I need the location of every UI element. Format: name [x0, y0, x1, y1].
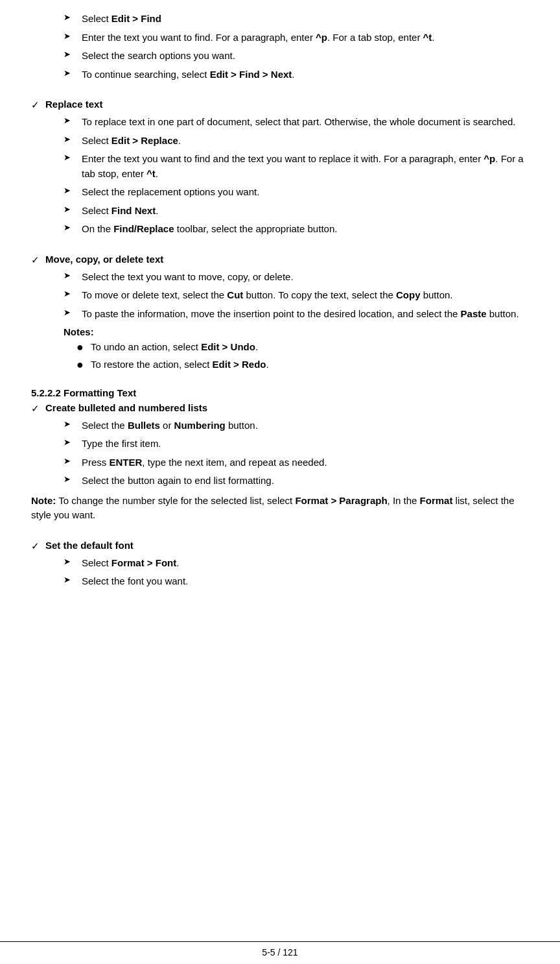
move-copy-title: Move, copy, or delete text — [45, 254, 163, 265]
bulleted-lists-header: ✓ Create bulleted and numbered lists — [31, 402, 529, 415]
note-label: Note: To change the number style for the… — [31, 495, 515, 521]
list-item: ➤ To paste the information, move the ins… — [64, 307, 529, 322]
arrow-marker: ➤ — [64, 49, 82, 59]
section-522-heading: 5.2.2.2 Formatting Text — [31, 387, 529, 398]
arrow-marker: ➤ — [64, 12, 82, 22]
page-content: ➤ Select Edit > Find ➤ Enter the text yo… — [0, 0, 560, 941]
bulleted-lists-title: Create bulleted and numbered lists — [45, 402, 207, 413]
list-item: ➤ Select the search options you want. — [64, 49, 529, 64]
arrow-marker: ➤ — [64, 134, 82, 144]
list-item: ➤ To continue searching, select Edit > F… — [64, 67, 529, 82]
bullet-dot: ● — [76, 340, 91, 355]
page-footer: 5-5 / 121 — [0, 941, 560, 964]
item-text: Select Edit > Find — [82, 12, 529, 27]
item-text: Select Edit > Replace. — [82, 134, 529, 149]
arrow-marker: ➤ — [64, 30, 82, 41]
item-text: To move or delete text, select the Cut b… — [82, 288, 529, 303]
bulleted-lists-list: ➤ Select the Bullets or Numbering button… — [64, 418, 529, 488]
default-font-header: ✓ Set the default font — [31, 540, 529, 552]
check-marker: ✓ — [31, 402, 45, 415]
find-section-list: ➤ Select Edit > Find ➤ Enter the text yo… — [64, 12, 529, 82]
notes-label: Notes: — [64, 326, 529, 337]
default-font-title: Set the default font — [45, 540, 134, 551]
item-text: Select the search options you want. — [82, 49, 529, 64]
move-copy-list: ➤ Select the text you want to move, copy… — [64, 270, 529, 322]
list-item: ➤ Select the font you want. — [64, 574, 529, 589]
arrow-marker: ➤ — [64, 474, 82, 484]
item-text: Select Format > Font. — [82, 556, 529, 571]
list-item: ➤ Enter the text you want to find and th… — [64, 152, 529, 181]
list-item: ➤ On the Find/Replace toolbar, select th… — [64, 222, 529, 237]
item-text: Select the Bullets or Numbering button. — [82, 418, 529, 433]
arrow-marker: ➤ — [64, 418, 82, 429]
list-item: ➤ Select Edit > Find — [64, 12, 529, 27]
arrow-marker: ➤ — [64, 307, 82, 317]
list-item: ➤ Select the button again to end list fo… — [64, 474, 529, 488]
list-item: ➤ Select the Bullets or Numbering button… — [64, 418, 529, 433]
item-text: Enter the text you want to find and the … — [82, 152, 529, 181]
item-text: To paste the information, move the inser… — [82, 307, 529, 322]
list-item: ➤ Enter the text you want to find. For a… — [64, 30, 529, 45]
check-marker: ✓ — [31, 254, 45, 266]
list-item: ➤ To replace text in one part of documen… — [64, 115, 529, 130]
arrow-marker: ➤ — [64, 437, 82, 447]
item-text: Select the font you want. — [82, 574, 529, 589]
arrow-marker: ➤ — [64, 222, 82, 232]
list-item: ➤ Select Format > Font. — [64, 556, 529, 571]
list-item: ➤ To move or delete text, select the Cut… — [64, 288, 529, 303]
item-text: Select the replacement options you want. — [82, 185, 529, 200]
check-marker: ✓ — [31, 540, 45, 552]
arrow-marker: ➤ — [64, 152, 82, 162]
item-text: Enter the text you want to find. For a p… — [82, 30, 529, 45]
item-text: Select the text you want to move, copy, … — [82, 270, 529, 285]
item-text: Select the button again to end list form… — [82, 474, 529, 488]
list-item: ➤ Select the text you want to move, copy… — [64, 270, 529, 285]
list-item: ➤ Press ENTER, type the next item, and r… — [64, 455, 529, 470]
item-text: Press ENTER, type the next item, and rep… — [82, 455, 529, 470]
page-number: 5-5 / 121 — [262, 947, 298, 958]
arrow-marker: ➤ — [64, 574, 82, 584]
bullet-dot: ● — [76, 357, 91, 372]
arrow-marker: ➤ — [64, 455, 82, 466]
item-text: Type the first item. — [82, 437, 529, 452]
note-text: To undo an action, select Edit > Undo. — [91, 340, 529, 355]
replace-text-list: ➤ To replace text in one part of documen… — [64, 115, 529, 237]
default-font-list: ➤ Select Format > Font. ➤ Select the fon… — [64, 556, 529, 589]
list-item: ➤ Select the replacement options you wan… — [64, 185, 529, 200]
arrow-marker: ➤ — [64, 204, 82, 214]
replace-text-header: ✓ Replace text — [31, 99, 529, 111]
notes-item: ● To restore the action, select Edit > R… — [76, 357, 529, 372]
replace-text-title: Replace text — [45, 99, 102, 110]
list-item: ➤ Type the first item. — [64, 437, 529, 452]
item-text: Select Find Next. — [82, 204, 529, 219]
list-item: ➤ Select Find Next. — [64, 204, 529, 219]
notes-item: ● To undo an action, select Edit > Undo. — [76, 340, 529, 355]
arrow-marker: ➤ — [64, 115, 82, 125]
arrow-marker: ➤ — [64, 185, 82, 195]
move-copy-header: ✓ Move, copy, or delete text — [31, 254, 529, 266]
list-item: ➤ Select Edit > Replace. — [64, 134, 529, 149]
arrow-marker: ➤ — [64, 67, 82, 78]
arrow-marker: ➤ — [64, 288, 82, 298]
note-text: To restore the action, select Edit > Red… — [91, 357, 529, 372]
item-text: On the Find/Replace toolbar, select the … — [82, 222, 529, 237]
arrow-marker: ➤ — [64, 556, 82, 566]
arrow-marker: ➤ — [64, 270, 82, 280]
check-marker: ✓ — [31, 99, 45, 111]
item-text: To continue searching, select Edit > Fin… — [82, 67, 529, 82]
note-block: Note: To change the number style for the… — [31, 494, 529, 523]
item-text: To replace text in one part of document,… — [82, 115, 529, 130]
